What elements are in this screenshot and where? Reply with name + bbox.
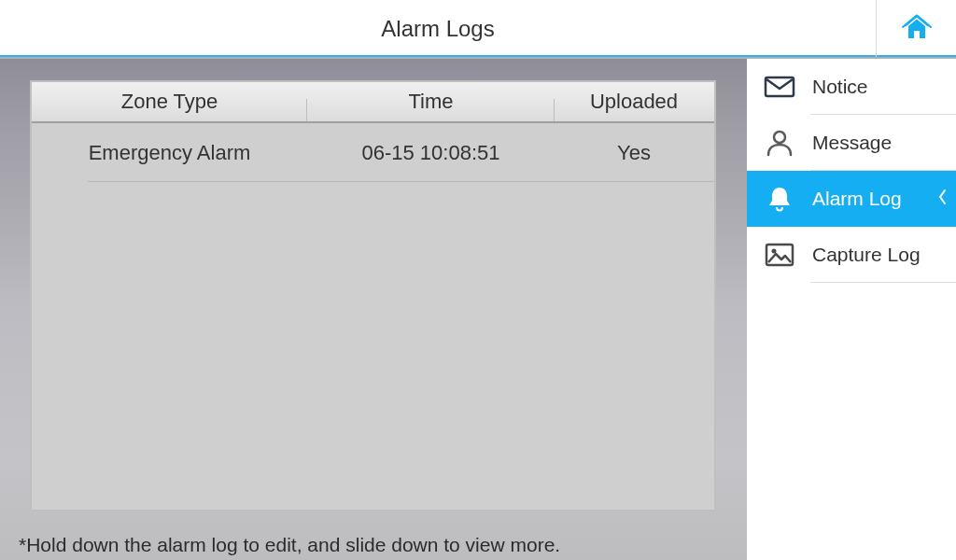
svg-rect-2 — [766, 245, 793, 265]
sidebar-item-label: Message — [812, 132, 892, 154]
col-header-zone: Zone Type — [32, 90, 307, 114]
bell-icon — [764, 185, 795, 213]
col-header-time: Time — [307, 90, 555, 114]
sidebar-item-label: Notice — [812, 76, 868, 98]
envelope-icon — [764, 73, 795, 101]
table-row[interactable]: Emergency Alarm 06-15 10:08:51 Yes — [32, 125, 714, 181]
menu-separator — [810, 282, 956, 283]
home-button[interactable] — [876, 0, 956, 57]
person-icon — [764, 129, 795, 157]
sidebar-item-message[interactable]: Message — [747, 115, 956, 171]
sidebar: Notice Message Alarm Log — [747, 59, 956, 560]
chevron-left-icon — [937, 188, 947, 210]
table-header: Zone Type Time Uploaded — [32, 82, 714, 123]
row-separator — [88, 181, 714, 182]
hint-text: *Hold down the alarm log to edit, and sl… — [19, 534, 738, 560]
col-header-uploaded-label: Uploaded — [590, 90, 678, 113]
svg-point-3 — [772, 249, 777, 254]
cell-time: 06-15 10:08:51 — [307, 141, 555, 165]
table-body[interactable]: Emergency Alarm 06-15 10:08:51 Yes — [32, 125, 714, 510]
col-header-zone-label: Zone Type — [121, 90, 218, 113]
sidebar-item-notice[interactable]: Notice — [747, 59, 956, 115]
home-icon — [902, 13, 932, 45]
sidebar-item-alarm-log[interactable]: Alarm Log — [747, 171, 956, 227]
alarm-log-panel: Zone Type Time Uploaded Emergency Alarm … — [30, 80, 716, 511]
page-title: Alarm Logs — [0, 0, 876, 57]
sidebar-item-capture-log[interactable]: Capture Log — [747, 227, 956, 283]
cell-uploaded: Yes — [555, 141, 713, 165]
sidebar-item-label: Alarm Log — [812, 188, 902, 210]
cell-zone: Emergency Alarm — [32, 141, 307, 165]
picture-icon — [764, 241, 795, 269]
col-header-time-label: Time — [408, 90, 453, 113]
sidebar-item-label: Capture Log — [812, 244, 921, 266]
header: Alarm Logs — [0, 0, 956, 57]
col-header-uploaded: Uploaded — [555, 90, 713, 114]
svg-point-1 — [774, 132, 785, 143]
